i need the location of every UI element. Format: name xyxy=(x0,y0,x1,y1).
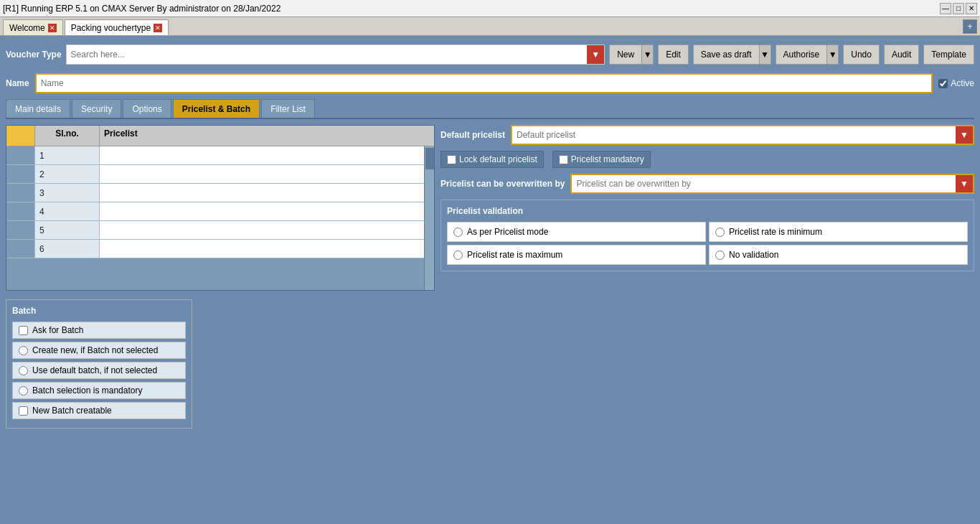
validation-grid: As per Pricelist mode Pricelist rate is … xyxy=(447,222,968,265)
radio-no-validation[interactable] xyxy=(715,251,725,260)
row4-pricelist[interactable] xyxy=(100,202,434,220)
new-batch-creatable-label: New Batch creatable xyxy=(32,406,112,416)
table-row: 4 xyxy=(6,202,434,221)
batch-legend: Batch xyxy=(12,306,186,316)
row5-pricelist[interactable] xyxy=(100,221,434,239)
authorise-arrow[interactable]: ▼ xyxy=(827,45,839,65)
validation-no-validation: No validation xyxy=(709,245,968,265)
minimize-button[interactable]: — xyxy=(940,3,951,14)
tab-packing-vouchertype[interactable]: Packing vouchertype ✕ xyxy=(65,19,169,35)
default-pricelist-row: Default pricelist ▼ xyxy=(440,125,974,145)
batch-selection-mandatory-radio[interactable] xyxy=(19,386,28,396)
right-section: Default pricelist ▼ Lock default priceli… xyxy=(440,125,974,429)
tab-options[interactable]: Options xyxy=(123,99,171,118)
tab-packing-vouchertype-close[interactable]: ✕ xyxy=(154,24,162,32)
header-slno: Sl.no. xyxy=(35,126,100,146)
row3-slno: 3 xyxy=(35,184,100,202)
radio-rate-is-maximum[interactable] xyxy=(453,251,463,260)
audit-button[interactable]: Audit xyxy=(884,45,919,65)
validation-legend: Pricelist validation xyxy=(447,206,968,216)
batch-new-creatable: New Batch creatable xyxy=(12,402,186,419)
toolbar: Voucher Type ▼ New ▼ Edit Save as draft … xyxy=(6,42,974,67)
active-checkbox[interactable] xyxy=(938,79,948,88)
validation-rate-is-minimum: Pricelist rate is minimum xyxy=(709,222,968,242)
batch-selection-mandatory: Batch selection is mandatory xyxy=(12,382,186,399)
row3-pricelist[interactable] xyxy=(100,184,434,202)
search-input[interactable] xyxy=(67,45,588,64)
tabbar: Welcome ✕ Packing vouchertype ✕ + xyxy=(0,17,980,36)
row1-checkbox-col xyxy=(6,146,35,164)
tab-pricelist-batch[interactable]: Pricelist & Batch xyxy=(173,99,260,118)
tab-welcome[interactable]: Welcome ✕ xyxy=(3,19,63,35)
use-default-batch-label: Use default batch, if not selected xyxy=(32,365,157,375)
create-new-batch-radio[interactable] xyxy=(19,346,28,355)
default-pricelist-dropdown[interactable]: ▼ xyxy=(956,126,973,144)
nav-tabs: Main details Security Options Pricelist … xyxy=(6,99,974,119)
undo-button[interactable]: Undo xyxy=(843,45,880,65)
tab-main-details[interactable]: Main details xyxy=(6,99,70,118)
pricelist-mandatory-label: Pricelist mandatory xyxy=(571,154,644,164)
row1-pricelist[interactable] xyxy=(100,146,434,164)
new-btn-group: New ▼ xyxy=(609,45,654,65)
overwritten-by-row: Pricelist can be overwritten by ▼ xyxy=(440,174,974,194)
authorise-group: Authorise ▼ xyxy=(776,45,839,65)
name-input[interactable] xyxy=(35,73,933,93)
new-dropdown-arrow[interactable]: ▼ xyxy=(642,45,654,65)
rate-is-minimum-label: Pricelist rate is minimum xyxy=(729,227,822,237)
validation-as-per-pricelist-mode: As per Pricelist mode xyxy=(447,222,706,242)
batch-use-default: Use default batch, if not selected xyxy=(12,362,186,379)
ask-for-batch-checkbox[interactable] xyxy=(19,326,28,335)
overwritten-by-dropdown[interactable]: ▼ xyxy=(956,175,973,192)
close-button[interactable]: ✕ xyxy=(966,3,977,14)
table-row: 1 xyxy=(6,146,434,165)
tab-filter-list[interactable]: Filter List xyxy=(261,99,315,118)
template-button[interactable]: Template xyxy=(923,45,974,65)
row2-slno: 2 xyxy=(35,165,100,183)
authorise-button[interactable]: Authorise xyxy=(776,45,828,65)
batch-create-new: Create new, if Batch not selected xyxy=(12,342,186,359)
pricelist-section: Sl.no. Pricelist 1 2 xyxy=(6,125,435,429)
maximize-button[interactable]: □ xyxy=(953,3,964,14)
scroll-thumb xyxy=(425,148,434,169)
rate-is-maximum-label: Pricelist rate is maximum xyxy=(467,250,562,260)
table-row: 2 xyxy=(6,165,434,184)
tab-add-button[interactable]: + xyxy=(963,19,977,34)
batch-ask-for-batch: Ask for Batch xyxy=(12,322,186,339)
active-label: Active xyxy=(951,78,974,88)
tab-security[interactable]: Security xyxy=(72,99,121,118)
table-row: 3 xyxy=(6,184,434,202)
name-label: Name xyxy=(6,78,29,88)
lock-default-pricelist-label: Lock default pricelist xyxy=(459,154,537,164)
table-scroll-container[interactable]: 1 2 3 4 xyxy=(6,146,434,290)
pricelist-mandatory-item: Pricelist mandatory xyxy=(552,151,651,168)
search-container: ▼ xyxy=(66,45,606,65)
new-button[interactable]: New xyxy=(609,45,642,65)
overwritten-by-input[interactable] xyxy=(572,179,956,189)
row2-pricelist[interactable] xyxy=(100,165,434,183)
row6-checkbox-col xyxy=(6,240,35,258)
default-pricelist-input[interactable] xyxy=(512,130,956,140)
ask-for-batch-label: Ask for Batch xyxy=(32,325,83,335)
new-batch-creatable-checkbox[interactable] xyxy=(19,406,28,416)
save-as-draft-arrow[interactable]: ▼ xyxy=(760,45,771,65)
row6-pricelist[interactable] xyxy=(100,240,434,258)
radio-as-per-pricelist[interactable] xyxy=(453,228,463,237)
save-as-draft-button[interactable]: Save as draft xyxy=(693,45,760,65)
content-area: Sl.no. Pricelist 1 2 xyxy=(6,125,974,429)
save-as-draft-group: Save as draft ▼ xyxy=(693,45,771,65)
use-default-batch-radio[interactable] xyxy=(19,366,28,375)
table-row: 5 xyxy=(6,221,434,240)
pricelist-checkboxes: Lock default pricelist Pricelist mandato… xyxy=(440,151,974,168)
edit-button[interactable]: Edit xyxy=(658,45,689,65)
search-dropdown-btn[interactable]: ▼ xyxy=(587,45,604,64)
pricelist-mandatory-checkbox[interactable] xyxy=(559,155,568,164)
tab-welcome-close[interactable]: ✕ xyxy=(48,24,57,32)
pricelist-table: Sl.no. Pricelist 1 2 xyxy=(6,125,435,291)
radio-rate-is-minimum[interactable] xyxy=(715,228,725,237)
titlebar-title: [R1] Running ERP 5.1 on CMAX Server By a… xyxy=(3,4,281,14)
table-scrollbar[interactable] xyxy=(424,146,434,290)
create-new-batch-label: Create new, if Batch not selected xyxy=(32,345,158,355)
lock-default-pricelist-checkbox[interactable] xyxy=(447,155,456,164)
table-row: 6 xyxy=(6,240,434,258)
no-validation-label: No validation xyxy=(729,250,778,260)
